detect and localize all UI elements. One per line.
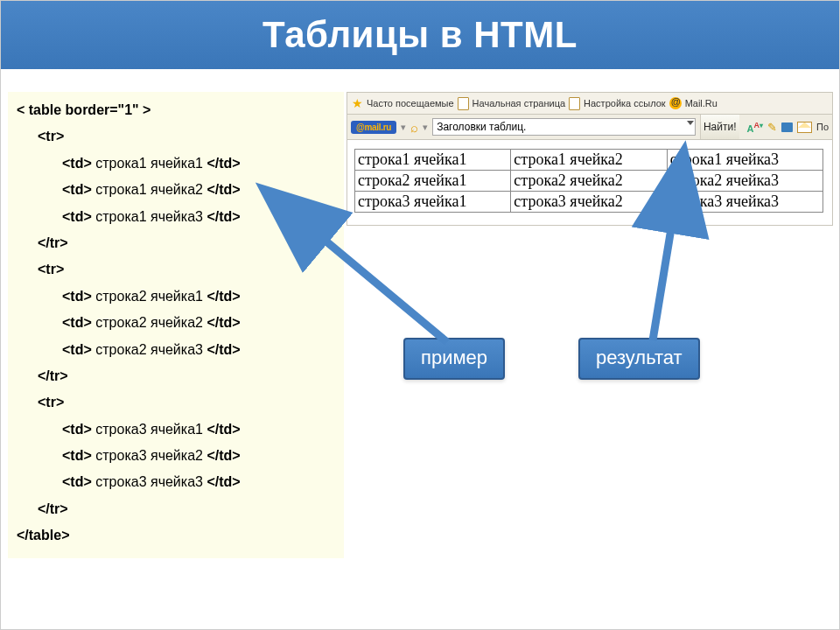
table-row: строка2 ячейка1 строка2 ячейка2 строка2 … — [355, 171, 823, 192]
browser-bookmarks-bar: ★ Часто посещаемые Начальная страница На… — [346, 92, 833, 114]
code-td-close: </td> — [206, 422, 240, 437]
code-cell: строка1 ячейка2 — [95, 182, 203, 197]
code-open-tr-2: <tr> — [38, 262, 64, 276]
browser-mock: ★ Часто посещаемые Начальная страница На… — [346, 92, 833, 226]
code-td-close: </td> — [206, 182, 240, 197]
code-cell: строка2 ячейка3 — [95, 342, 203, 357]
table-cell: строка1 ячейка1 — [355, 150, 511, 171]
code-close-tr-3: </tr> — [38, 501, 68, 516]
code-cell: строка1 ячейка1 — [95, 156, 203, 171]
code-open-tr-1: <tr> — [38, 129, 64, 144]
font-size-icon[interactable]: AA▾ — [747, 121, 763, 134]
table-row: строка1 ячейка1 строка1 ячейка2 строка1 … — [355, 150, 823, 171]
table-cell: строка1 ячейка2 — [511, 150, 667, 171]
code-close-tr-2: </tr> — [38, 368, 68, 383]
book-icon[interactable] — [781, 122, 793, 132]
toolbar-links[interactable]: Настройка ссылок — [584, 98, 666, 108]
svg-line-1 — [316, 233, 447, 342]
table-cell: строка2 ячейка1 — [355, 171, 511, 192]
code-cell: строка1 ячейка3 — [95, 209, 203, 224]
star-icon: ★ — [351, 97, 363, 109]
separator: ▾ — [401, 122, 406, 133]
arrow-icon — [631, 202, 701, 351]
mailru-badge[interactable]: @mail.ru — [351, 121, 396, 134]
browser-search-bar: @mail.ru ▾ ⌕ ▾ Найти! AA▾ ✎ По — [346, 114, 833, 140]
table-cell: строка2 ячейка3 — [667, 171, 822, 192]
code-td-open: <td> — [62, 209, 92, 224]
code-td-close: </td> — [206, 448, 240, 463]
slide: Таблицы в HTML < table border="1" > <tr>… — [0, 0, 840, 630]
arrow-icon — [294, 215, 469, 364]
po-label: По — [816, 122, 829, 132]
table-row: строка3 ячейка1 строка3 ячейка2 строка3 … — [355, 192, 823, 213]
code-td-open: <td> — [62, 422, 92, 437]
toolbar-frequent[interactable]: Часто посещаемые — [367, 98, 454, 108]
page-icon — [458, 97, 469, 110]
code-cell: строка2 ячейка1 — [95, 289, 203, 304]
pencil-icon[interactable]: ✎ — [767, 121, 777, 134]
result-table: строка1 ячейка1 строка1 ячейка2 строка1 … — [354, 149, 823, 213]
code-open-table: < table border="1" > — [17, 102, 150, 117]
chevron-down-icon[interactable] — [687, 121, 694, 125]
code-open-tr-3: <tr> — [38, 395, 64, 410]
code-close-tr-1: </tr> — [38, 235, 68, 250]
code-td-close: </td> — [206, 289, 240, 304]
code-td-close: </td> — [206, 315, 240, 330]
toolbar-right-icons: AA▾ ✎ По — [744, 121, 829, 134]
code-cell: строка3 ячейка3 — [95, 474, 203, 489]
page-icon — [569, 97, 580, 110]
code-td-open: <td> — [62, 315, 92, 330]
find-button[interactable]: Найти! — [700, 115, 739, 139]
svg-line-3 — [653, 218, 673, 340]
code-td-open: <td> — [62, 474, 92, 489]
toolbar-mailru[interactable]: Mail.Ru — [685, 98, 718, 108]
code-td-close: </td> — [206, 209, 240, 224]
toolbar-startpage[interactable]: Начальная страница — [472, 98, 565, 108]
code-cell: строка2 ячейка2 — [95, 315, 203, 330]
search-icon[interactable]: ⌕ — [410, 121, 418, 134]
mailru-icon — [669, 97, 682, 109]
slide-title: Таблицы в HTML — [1, 1, 839, 69]
code-close-table: </table> — [17, 528, 69, 542]
code-td-open: <td> — [62, 342, 92, 357]
code-td-close: </td> — [206, 342, 240, 357]
code-td-open: <td> — [62, 182, 92, 197]
code-cell: строка3 ячейка2 — [95, 448, 203, 463]
code-cell: строка3 ячейка1 — [95, 422, 203, 437]
code-td-close: </td> — [206, 156, 240, 171]
table-cell: строка1 ячейка3 — [667, 150, 822, 171]
code-td-open: <td> — [62, 448, 92, 463]
code-td-close: </td> — [206, 474, 240, 489]
code-td-open: <td> — [62, 289, 92, 304]
browser-content: строка1 ячейка1 строка1 ячейка2 строка1 … — [346, 140, 833, 226]
code-td-open: <td> — [62, 156, 92, 171]
table-cell: строка2 ячейка2 — [511, 171, 667, 192]
search-input[interactable] — [432, 118, 696, 136]
table-cell: строка3 ячейка1 — [355, 192, 511, 213]
envelope-icon[interactable] — [797, 122, 812, 133]
separator: ▾ — [423, 122, 428, 133]
